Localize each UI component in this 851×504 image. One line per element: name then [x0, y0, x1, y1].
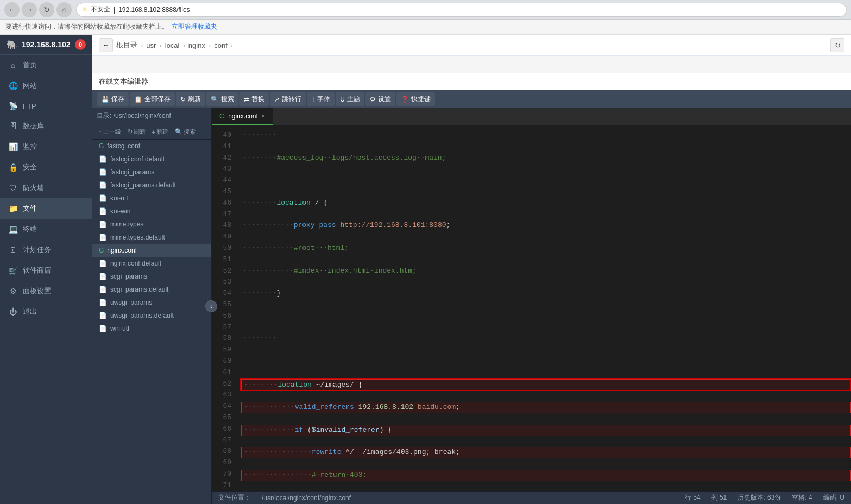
- code-line-47: ········}: [241, 288, 851, 299]
- breadcrumb-refresh-button[interactable]: ↻: [830, 38, 844, 52]
- shortcut-label: 快捷键: [411, 94, 431, 104]
- file-item[interactable]: 📄 koi-utf: [92, 192, 211, 205]
- collapse-panel-button[interactable]: ‹: [205, 300, 217, 312]
- sidebar-item-files[interactable]: 📁 文件: [0, 198, 92, 219]
- settings-label: 设置: [378, 94, 391, 104]
- home-icon: ⌂: [9, 61, 17, 70]
- font-label: 字体: [317, 94, 330, 104]
- file-item[interactable]: 📄 mime.types.default: [92, 231, 211, 244]
- tree-up-button[interactable]: ↑ 上一级: [97, 127, 123, 137]
- breadcrumb-conf[interactable]: conf: [214, 41, 228, 49]
- address-bar[interactable]: ⚠ 不安全 | 192.168.8.102:8888/files: [76, 3, 847, 17]
- breadcrumb-local[interactable]: local: [165, 41, 180, 49]
- file-icon-gray: 📄: [99, 325, 107, 332]
- file-name: fastcgi.conf: [107, 142, 140, 150]
- code-line-44: ············proxy_pass http://192.168.8.…: [241, 220, 851, 231]
- file-item-nginx-conf[interactable]: G nginx.conf: [92, 244, 211, 257]
- breadcrumb-nginx[interactable]: nginx: [188, 41, 205, 49]
- file-icon-gray: 📄: [99, 181, 107, 189]
- sidebar-label-appstore: 软件商店: [23, 266, 51, 275]
- sidebar-item-panel-settings[interactable]: ⚙ 面板设置: [0, 281, 92, 301]
- file-item[interactable]: 📄 uwsgi_params: [92, 296, 211, 309]
- breadcrumb-usr[interactable]: usr: [146, 41, 156, 49]
- theme-button[interactable]: U 主题: [336, 92, 364, 106]
- font-icon: T: [311, 96, 315, 103]
- file-icon-gray: 📄: [99, 168, 107, 176]
- tab-close-button[interactable]: ×: [261, 112, 265, 120]
- sidebar-item-cron[interactable]: 🗓 计划任务: [0, 240, 92, 260]
- back-button[interactable]: ←: [4, 2, 20, 17]
- file-item[interactable]: 📄 scgi_params.default: [92, 283, 211, 296]
- sidebar-label-files: 文件: [23, 204, 37, 213]
- sidebar-label-home: 首页: [23, 60, 37, 70]
- refresh-editor-button[interactable]: ↻ 刷新: [176, 92, 205, 106]
- sidebar-item-terminal[interactable]: 💻 终端: [0, 219, 92, 240]
- jump-label: 跳转行: [282, 94, 301, 104]
- search-button[interactable]: 🔍 搜索: [206, 92, 238, 106]
- sidebar-item-website[interactable]: 🌐 网站: [0, 75, 92, 96]
- code-area[interactable]: 40 41 42 43 44 45 46 47 48 49 50 51: [212, 125, 851, 491]
- file-item[interactable]: G fastcgi.conf: [92, 140, 211, 153]
- settings-button[interactable]: ⚙ 设置: [365, 92, 395, 106]
- code-line-41: ········#access_log··logs/host.access.lo…: [241, 153, 851, 164]
- sidebar-item-appstore[interactable]: 🛒 软件商店: [0, 260, 92, 281]
- editor-tab-nginx-conf[interactable]: G nginx.conf ×: [212, 108, 273, 125]
- file-icon-gray: 📄: [99, 273, 107, 280]
- save-all-button[interactable]: 📋 全部保存: [130, 92, 175, 106]
- cron-icon: 🗓: [9, 245, 17, 254]
- save-all-label: 全部保存: [144, 94, 171, 104]
- sidebar-item-firewall[interactable]: 🛡 防火墙: [0, 178, 92, 198]
- home-button[interactable]: ⌂: [56, 2, 72, 17]
- refresh-icon: ↻: [180, 96, 186, 103]
- editor-container: 在线文本编辑器 💾 保存 📋 全部保存 ↻ 刷新 🔍 搜索: [92, 73, 851, 504]
- editor-header: 在线文本编辑器: [92, 73, 851, 90]
- code-line-49: ········: [241, 333, 851, 344]
- file-item[interactable]: 📄 fastcgi_params: [92, 166, 211, 179]
- file-item[interactable]: 📄 scgi_params: [92, 270, 211, 283]
- file-item[interactable]: 📄 koi-win: [92, 205, 211, 218]
- search-icon: 🔍: [211, 96, 219, 103]
- sidebar-item-ftp[interactable]: 📡 FTP: [0, 96, 92, 116]
- forward-button[interactable]: →: [22, 2, 37, 17]
- tab-label: nginx.conf: [228, 112, 258, 120]
- status-space: 空格: 4: [792, 493, 812, 502]
- manage-bookmarks-link[interactable]: 立即管理收藏夹: [172, 22, 217, 32]
- sidebar-label-ftp: FTP: [23, 102, 36, 110]
- file-icon-gray: 📄: [99, 312, 107, 319]
- file-item[interactable]: 📄 win-utf: [92, 322, 211, 335]
- shortcut-button[interactable]: ❓ 快捷键: [396, 92, 435, 106]
- tree-search-icon: 🔍: [175, 128, 182, 135]
- code-line-51: ········location ~/images/ {: [241, 379, 851, 391]
- file-item[interactable]: 📄 fastcgi.conf.default: [92, 153, 211, 166]
- sidebar-item-logout[interactable]: ⏻ 退出: [0, 301, 92, 322]
- sidebar-item-security[interactable]: 🔒 安全: [0, 157, 92, 178]
- file-item[interactable]: 📄 nginx.conf.default: [92, 257, 211, 270]
- security-label: 不安全: [91, 5, 110, 14]
- file-icon-gray: 📄: [99, 155, 107, 163]
- file-icon-gray: 📄: [99, 234, 107, 241]
- file-name: mime.types: [110, 220, 143, 228]
- sidebar-item-home[interactable]: ⌂ 首页: [0, 55, 92, 75]
- file-item[interactable]: 📄 mime.types: [92, 218, 211, 231]
- file-name: fastcgi_params.default: [110, 181, 176, 189]
- sidebar-item-monitor[interactable]: 📊 监控: [0, 136, 92, 157]
- bookmark-text: 要进行快速访问，请将你的网站收藏放在此收藏夹栏上。: [5, 22, 168, 32]
- refresh-button[interactable]: ↻: [39, 2, 54, 17]
- tree-new-button[interactable]: + 新建: [150, 127, 171, 137]
- file-item[interactable]: 📄 fastcgi_params.default: [92, 179, 211, 192]
- sidebar-label-logout: 退出: [23, 307, 37, 317]
- breadcrumb-root[interactable]: 根目录: [116, 40, 137, 50]
- main-layout: 🐘 192.168.8.102 0 ⌂ 首页 🌐 网站 📡 FTP 🗄 数据库 …: [0, 35, 851, 504]
- font-button[interactable]: T 字体: [307, 92, 335, 106]
- tree-refresh-button[interactable]: ↻ 刷新: [125, 127, 148, 137]
- replace-button[interactable]: ⇄ 替换: [239, 92, 269, 106]
- replace-label: 替换: [251, 94, 264, 104]
- file-icon-green-active: G: [99, 247, 104, 254]
- ftp-icon: 📡: [9, 102, 17, 110]
- file-item[interactable]: 📄 uwsgi_params.default: [92, 309, 211, 322]
- tree-search-button[interactable]: 🔍 搜索: [173, 127, 198, 137]
- breadcrumb-back-button[interactable]: ←: [99, 38, 113, 52]
- jump-button[interactable]: ↗ 跳转行: [270, 92, 306, 106]
- save-button[interactable]: 💾 保存: [97, 92, 129, 106]
- sidebar-item-database[interactable]: 🗄 数据库: [0, 116, 92, 136]
